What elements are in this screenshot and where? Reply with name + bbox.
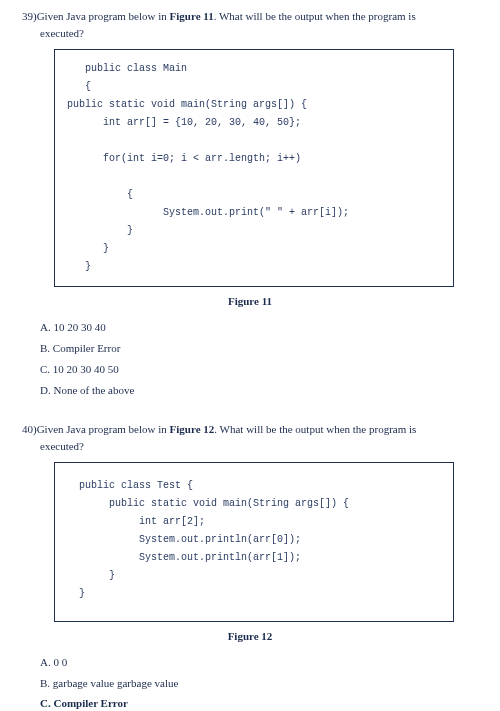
q39-prompt-line2: executed? (22, 27, 478, 39)
q40-figure-ref: Figure 12 (170, 423, 215, 435)
q40-text2: . What will be the output when the progr… (214, 423, 416, 435)
q40-option-c: C. Compiler Error (40, 693, 478, 711)
q40-options: A. 0 0 B. garbage value garbage value C.… (22, 652, 478, 711)
q39-number: 39) (22, 10, 37, 22)
page: { "q39": { "number": "39)", "prompt_part… (0, 0, 500, 711)
question-40: 40)Given Java program below in Figure 12… (22, 421, 478, 711)
figure-11-caption: Figure 11 (22, 295, 478, 307)
q39-options: A. 10 20 30 40 B. Compiler Error C. 10 2… (22, 317, 478, 401)
q39-prompt: 39)Given Java program below in Figure 11… (22, 8, 478, 25)
question-39: 39)Given Java program below in Figure 11… (22, 8, 478, 401)
q40-code: public class Test { public static void m… (67, 477, 445, 603)
q39-text2: . What will be the output when the progr… (214, 10, 416, 22)
figure-12-caption: Figure 12 (22, 630, 478, 642)
q39-option-c: C. 10 20 30 40 50 (40, 359, 478, 380)
q39-option-d: D. None of the above (40, 380, 478, 401)
q39-option-a: A. 10 20 30 40 (40, 317, 478, 338)
q39-figure-ref: Figure 11 (170, 10, 214, 22)
q40-number: 40) (22, 423, 37, 435)
q40-prompt: 40)Given Java program below in Figure 12… (22, 421, 478, 438)
q40-option-a: A. 0 0 (40, 652, 478, 673)
figure-11-box: public class Main { public static void m… (54, 49, 454, 287)
q40-text1: Given Java program below in (37, 423, 170, 435)
q39-text1: Given Java program below in (37, 10, 170, 22)
q39-option-b: B. Compiler Error (40, 338, 478, 359)
q39-code: public class Main { public static void m… (67, 60, 445, 276)
figure-12-box: public class Test { public static void m… (54, 462, 454, 622)
q40-option-b: B. garbage value garbage value (40, 673, 478, 694)
q40-prompt-line2: executed? (22, 440, 478, 452)
